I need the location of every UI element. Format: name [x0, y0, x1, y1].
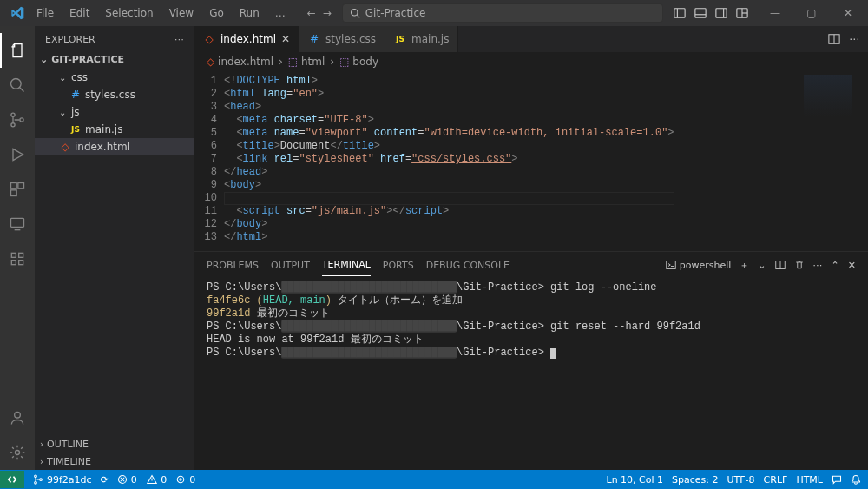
- explorer-sidebar: EXPLORER ⋯ ⌄ GIT-PRACTICE ⌄css#styles.cs…: [35, 26, 194, 470]
- breadcrumb-index.html[interactable]: ◇ index.html: [207, 56, 273, 68]
- menu-item-view[interactable]: View: [162, 3, 201, 23]
- tab-styles-css[interactable]: #styles.css: [299, 26, 385, 52]
- tab-main-js[interactable]: JSmain.js: [385, 26, 458, 52]
- chevron-down-icon: ⌄: [40, 54, 48, 65]
- sidebar-title: EXPLORER: [45, 34, 95, 45]
- split-editor-icon[interactable]: [828, 33, 840, 45]
- new-terminal-icon[interactable]: ＋: [740, 259, 749, 272]
- code-lines[interactable]: <!DOCTYPE html><html lang="en"><head> <m…: [224, 75, 674, 244]
- panel-tab-ports[interactable]: PORTS: [383, 254, 414, 276]
- eol-status[interactable]: CRLF: [764, 474, 788, 486]
- code-editor[interactable]: 12345678910111213 <!DOCTYPE html><html l…: [194, 71, 868, 251]
- tab-index-html[interactable]: ◇index.html✕: [194, 26, 299, 52]
- settings-gear-icon[interactable]: [0, 435, 35, 470]
- close-panel-icon[interactable]: ✕: [848, 260, 856, 271]
- split-terminal-icon[interactable]: [775, 260, 786, 270]
- svg-rect-23: [19, 253, 23, 257]
- chevron-down-icon: ⌄: [59, 108, 68, 117]
- timeline-section[interactable]: ›TIMELINE: [35, 453, 194, 470]
- close-tab-icon[interactable]: ✕: [281, 33, 290, 45]
- breadcrumb[interactable]: ◇ index.html›⬚ html›⬚ body: [194, 52, 868, 71]
- activity-bar: [0, 26, 35, 470]
- minimap[interactable]: [804, 75, 852, 144]
- vscode-logo-icon: [5, 6, 30, 20]
- menu-item-run[interactable]: Run: [233, 3, 266, 23]
- remote-indicator[interactable]: [0, 471, 24, 488]
- svg-point-40: [178, 476, 185, 483]
- breadcrumb-body[interactable]: ⬚ body: [339, 56, 378, 68]
- language-mode[interactable]: HTML: [796, 474, 823, 486]
- panel-tab-problems[interactable]: PROBLEMS: [207, 254, 259, 276]
- folder-js[interactable]: ⌄js: [35, 103, 194, 121]
- nav-controls: ← →: [307, 7, 332, 19]
- bottom-panel: PROBLEMSOUTPUTTERMINALPORTSDEBUG CONSOLE…: [194, 251, 868, 470]
- editor-actions: ⋯: [819, 26, 868, 52]
- toggle-primary-sidebar-icon[interactable]: [674, 7, 686, 19]
- run-debug-icon[interactable]: [0, 137, 35, 172]
- more-actions-icon[interactable]: ⋯: [849, 33, 859, 45]
- window-minimize-icon[interactable]: —: [760, 7, 790, 19]
- source-control-icon[interactable]: [0, 102, 35, 137]
- layout-controls: [674, 7, 748, 19]
- cursor-position[interactable]: Ln 10, Col 1: [607, 474, 664, 486]
- window-maximize-icon[interactable]: ▢: [797, 7, 826, 19]
- search-icon[interactable]: [0, 68, 35, 102]
- ports-status[interactable]: 0: [175, 474, 195, 486]
- status-bar: 99f2a1dc ⟳ 0 0 0 Ln 10, Col 1 Spaces: 2 …: [0, 470, 868, 489]
- svg-point-11: [11, 79, 22, 89]
- svg-point-35: [40, 479, 43, 481]
- panel-tab-terminal[interactable]: TERMINAL: [322, 254, 371, 276]
- svg-rect-2: [674, 9, 685, 18]
- panel-more-icon[interactable]: ⋯: [813, 260, 823, 271]
- customize-layout-icon[interactable]: [736, 7, 748, 19]
- file-main-js[interactable]: JSmain.js: [35, 121, 194, 138]
- window-close-icon[interactable]: ✕: [833, 7, 863, 19]
- menu-item-[interactable]: …: [268, 3, 293, 23]
- window-controls: — ▢ ✕: [760, 7, 863, 19]
- menu-item-file[interactable]: File: [30, 3, 61, 23]
- folder-css[interactable]: ⌄css: [35, 69, 194, 86]
- command-center-text: Git-Practice: [365, 7, 426, 19]
- notifications-icon[interactable]: [851, 474, 861, 485]
- nav-forward-icon[interactable]: →: [323, 7, 332, 19]
- spaces-icon[interactable]: [0, 241, 35, 276]
- account-icon[interactable]: [0, 400, 35, 435]
- outline-section[interactable]: ›OUTLINE: [35, 435, 194, 453]
- panel-tab-debug-console[interactable]: DEBUG CONSOLE: [426, 254, 510, 276]
- problems-status[interactable]: 0 0: [117, 474, 168, 486]
- svg-rect-20: [11, 218, 24, 227]
- feedback-icon[interactable]: [832, 474, 842, 485]
- svg-line-12: [20, 88, 24, 92]
- explorer-icon[interactable]: [0, 33, 35, 68]
- menu-item-selection[interactable]: Selection: [98, 3, 160, 23]
- sync-status[interactable]: ⟳: [101, 474, 108, 486]
- maximize-panel-icon[interactable]: ⌃: [832, 260, 839, 271]
- extensions-icon[interactable]: [0, 172, 35, 207]
- line-gutter: 12345678910111213: [194, 75, 224, 244]
- toggle-panel-icon[interactable]: [694, 7, 707, 19]
- terminal-output[interactable]: PS C:\Users\████████████████████████████…: [194, 278, 868, 470]
- encoding-status[interactable]: UTF-8: [727, 474, 755, 486]
- file-styles-css[interactable]: #styles.css: [35, 86, 194, 103]
- kill-terminal-icon[interactable]: [794, 260, 805, 270]
- menu-item-edit[interactable]: Edit: [62, 3, 96, 23]
- terminal-profile[interactable]: powershell: [666, 260, 732, 271]
- branch-status[interactable]: 99f2a1dc: [33, 474, 92, 486]
- svg-rect-25: [19, 261, 23, 265]
- remote-explorer-icon[interactable]: [0, 207, 35, 241]
- command-center-search[interactable]: Git-Practice: [342, 3, 663, 23]
- main-menu: FileEditSelectionViewGoRun…: [30, 3, 293, 23]
- breadcrumb-html[interactable]: ⬚ html: [288, 56, 326, 68]
- toggle-secondary-sidebar-icon[interactable]: [715, 7, 727, 19]
- svg-point-33: [35, 475, 37, 478]
- nav-back-icon[interactable]: ←: [307, 7, 316, 19]
- terminal-dropdown-icon[interactable]: ⌄: [758, 260, 766, 271]
- sidebar-more-icon[interactable]: ⋯: [174, 34, 184, 45]
- project-root[interactable]: ⌄ GIT-PRACTICE: [35, 52, 194, 67]
- file-index-html[interactable]: ◇index.html: [35, 138, 194, 155]
- svg-rect-18: [18, 183, 24, 189]
- panel-tab-output[interactable]: OUTPUT: [271, 254, 310, 276]
- menu-item-go[interactable]: Go: [202, 3, 231, 23]
- svg-rect-19: [11, 190, 17, 196]
- indentation-status[interactable]: Spaces: 2: [672, 474, 718, 486]
